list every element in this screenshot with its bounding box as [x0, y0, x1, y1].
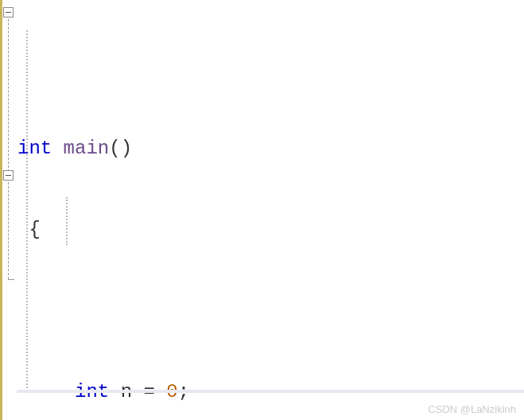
- code-line: int main(): [17, 135, 524, 162]
- code-area[interactable]: int main() { int n = 0; scanf_s("%d", &n…: [14, 0, 524, 420]
- watermark: CSDN @LaNzikinh: [428, 403, 516, 415]
- code-line: {: [17, 216, 524, 243]
- fold-toggle-main[interactable]: [3, 7, 14, 18]
- code-line: [17, 298, 524, 325]
- line-highlight: [17, 390, 524, 393]
- code-editor: int main() { int n = 0; scanf_s("%d", &n…: [0, 0, 524, 420]
- fold-toggle-for[interactable]: [3, 170, 14, 181]
- fold-gutter: [0, 0, 14, 420]
